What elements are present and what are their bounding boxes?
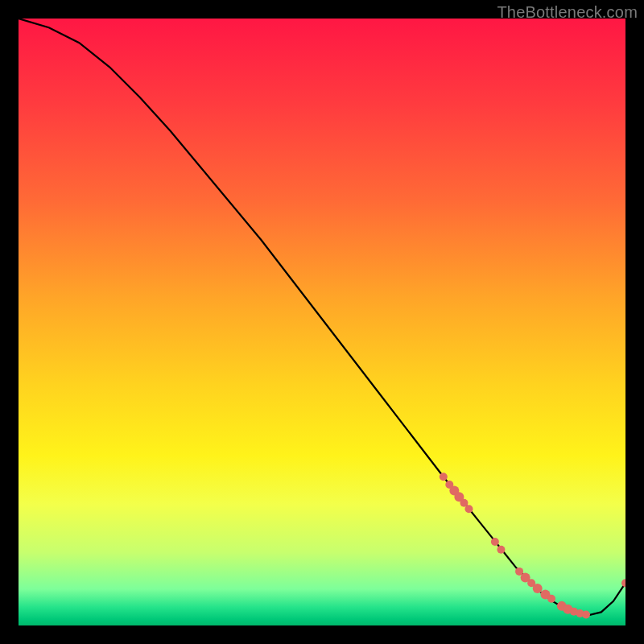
marker-dot (440, 473, 448, 481)
marker-dot (464, 505, 473, 513)
marker-dot (533, 584, 543, 593)
marker-dot (582, 610, 590, 618)
marker-dot (491, 538, 499, 546)
marker-dot (547, 595, 555, 603)
marker-dot (621, 579, 625, 587)
bottleneck-curve (19, 19, 625, 615)
curve-layer (19, 19, 625, 625)
marker-layer (440, 473, 625, 618)
marker-dot (497, 546, 505, 554)
watermark-text: TheBottleneck.com (497, 3, 638, 22)
chart-stage: TheBottleneck.com (0, 0, 644, 644)
plot-area (19, 19, 625, 625)
